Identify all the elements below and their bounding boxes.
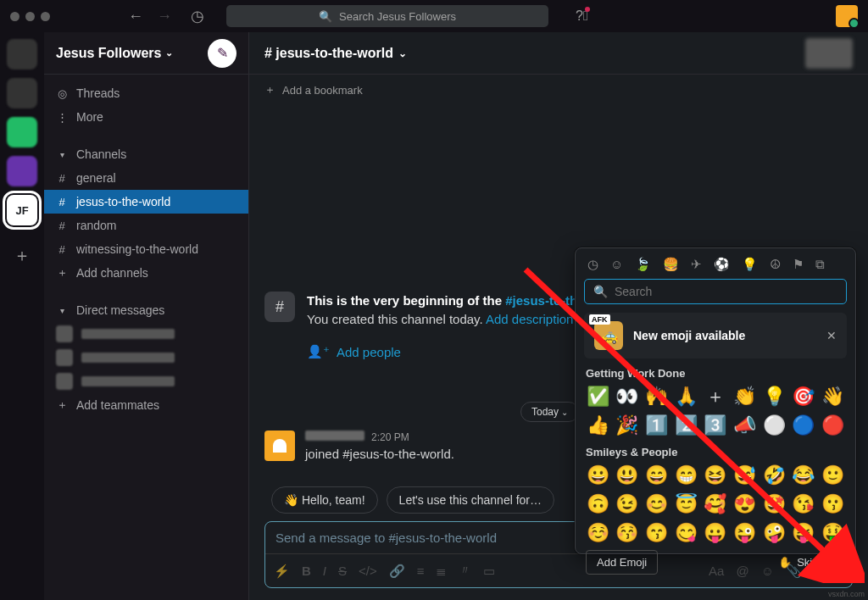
- today-divider[interactable]: Today ⌄: [520, 402, 579, 422]
- channels-header[interactable]: ▾Channels: [44, 142, 248, 166]
- workspace-switch[interactable]: [7, 156, 37, 186]
- bolt-icon[interactable]: ⚡: [274, 564, 290, 579]
- nav-forward-icon[interactable]: →: [157, 8, 172, 25]
- sidebar-channel-jesus-to-the-world[interactable]: #jesus-to-the-world: [44, 190, 248, 214]
- dm-item[interactable]: [44, 369, 248, 393]
- emoji-item[interactable]: 🤑: [821, 521, 845, 545]
- suggestion-chip-channel-for[interactable]: Let's use this channel for…: [387, 486, 554, 514]
- sidebar-threads[interactable]: ◎Threads: [44, 81, 248, 105]
- emoji-item[interactable]: 😛: [704, 521, 728, 545]
- sidebar-channel-witnessing[interactable]: #witnessing-to-the-world: [44, 237, 248, 261]
- skin-tone-selector[interactable]: ✋Skin Tone: [778, 556, 845, 569]
- emoji-item[interactable]: ✅: [586, 385, 610, 408]
- emoji-item[interactable]: 😄: [644, 464, 669, 487]
- suggestion-chip-hello[interactable]: 👋 Hello, team!: [271, 486, 378, 514]
- emoji-item[interactable]: 😙: [644, 521, 669, 545]
- emoji-item[interactable]: 😃: [615, 464, 640, 487]
- emoji-item[interactable]: 👍: [586, 414, 610, 437]
- workspace-current[interactable]: JF: [7, 195, 37, 225]
- emoji-item[interactable]: 👀: [615, 385, 640, 408]
- message-username[interactable]: [305, 431, 364, 441]
- sidebar-add-channels[interactable]: ＋Add channels: [44, 261, 248, 285]
- cat-smiley-icon[interactable]: ☺: [610, 257, 623, 272]
- emoji-item[interactable]: 3️⃣: [704, 414, 728, 437]
- emoji-item[interactable]: 🥰: [704, 492, 728, 516]
- emoji-item[interactable]: 😂: [792, 464, 816, 487]
- emoji-search-input[interactable]: [615, 285, 837, 298]
- emoji-item[interactable]: 😗: [821, 492, 845, 516]
- compose-button[interactable]: ✎: [208, 39, 236, 68]
- emoji-item[interactable]: 1️⃣: [644, 414, 669, 437]
- window-traffic-lights[interactable]: [10, 12, 50, 21]
- emoji-item[interactable]: 💡: [762, 385, 787, 408]
- workspace-switch[interactable]: [7, 78, 37, 108]
- emoji-search[interactable]: 🔍: [584, 279, 847, 304]
- emoji-item[interactable]: 😆: [704, 464, 728, 487]
- emoji-item[interactable]: 2️⃣: [674, 414, 698, 437]
- emoji-item[interactable]: 🙌: [644, 385, 669, 408]
- message-avatar[interactable]: [264, 431, 295, 461]
- sidebar-more[interactable]: ⋮More: [44, 105, 248, 129]
- channel-members[interactable]: [805, 38, 853, 69]
- dm-item[interactable]: [44, 346, 248, 369]
- strike-icon[interactable]: S: [338, 564, 347, 578]
- emoji-item[interactable]: 😊: [644, 492, 669, 516]
- emoji-item[interactable]: 🙂: [821, 464, 845, 487]
- emoji-item[interactable]: 😉: [615, 492, 640, 516]
- sidebar-add-teammates[interactable]: ＋Add teammates: [44, 393, 248, 417]
- sidebar-channel-random[interactable]: #random: [44, 214, 248, 237]
- quote-icon[interactable]: 〃: [459, 563, 471, 579]
- channel-title[interactable]: # jesus-to-the-world⌄: [264, 46, 407, 61]
- emoji-item[interactable]: 😋: [674, 521, 698, 545]
- add-workspace-icon[interactable]: ＋: [14, 244, 31, 267]
- cat-custom-icon[interactable]: ⧉: [815, 257, 825, 272]
- search-input[interactable]: 🔍 Search Jesus Followers: [226, 5, 548, 27]
- codeblock-icon[interactable]: ▭: [483, 564, 495, 579]
- emoji-item[interactable]: 👋: [821, 385, 845, 408]
- code-icon[interactable]: </>: [359, 564, 377, 578]
- user-avatar[interactable]: [836, 5, 858, 27]
- emoji-item[interactable]: 👏: [732, 385, 757, 408]
- cat-objects-icon[interactable]: 💡: [742, 257, 758, 272]
- emoji-item[interactable]: 😅: [732, 464, 757, 487]
- emoji-item[interactable]: 😜: [732, 521, 757, 545]
- emoji-item[interactable]: 😝: [792, 521, 816, 545]
- emoji-item[interactable]: ⚪: [762, 414, 787, 437]
- dm-header[interactable]: ▾Direct messages: [44, 298, 248, 322]
- emoji-item[interactable]: 🤪: [762, 521, 787, 545]
- help-icon[interactable]: ?⃝: [576, 8, 588, 24]
- emoji-item[interactable]: 🔵: [792, 414, 816, 437]
- banner-close-icon[interactable]: ✕: [826, 329, 837, 342]
- new-emoji-banner[interactable]: 🚕 New emoji available ✕: [584, 313, 847, 358]
- emoji-item[interactable]: 🎯: [792, 385, 816, 408]
- cat-travel-icon[interactable]: ⚽: [714, 257, 730, 272]
- nav-back-icon[interactable]: ←: [128, 8, 143, 25]
- emoji-item[interactable]: 😇: [674, 492, 698, 516]
- emoji-item[interactable]: 😍: [732, 492, 757, 516]
- emoji-item[interactable]: 🎉: [615, 414, 640, 437]
- cat-activity-icon[interactable]: ✈: [691, 257, 702, 272]
- workspace-switch[interactable]: [7, 117, 37, 147]
- workspace-name[interactable]: Jesus Followers⌄: [56, 46, 173, 61]
- sidebar-channel-general[interactable]: #general: [44, 166, 248, 190]
- emoji-item[interactable]: 🤩: [762, 492, 787, 516]
- add-people-link[interactable]: 👤⁺Add people: [307, 344, 606, 359]
- emoji-item[interactable]: 😁: [674, 464, 698, 487]
- emoji-item[interactable]: ☺️: [586, 521, 610, 545]
- emoji-item[interactable]: 🙃: [586, 492, 610, 516]
- emoji-item[interactable]: 🔴: [821, 414, 845, 437]
- emoji-item[interactable]: 😚: [615, 521, 640, 545]
- emoji-item[interactable]: 😘: [792, 492, 816, 516]
- emoji-item[interactable]: 🤣: [762, 464, 787, 487]
- bold-icon[interactable]: B: [302, 564, 311, 578]
- cat-recent-icon[interactable]: ◷: [587, 257, 598, 272]
- dm-item[interactable]: [44, 322, 248, 346]
- cat-flags-icon[interactable]: ⚑: [793, 257, 804, 272]
- add-description-link[interactable]: Add description: [486, 312, 573, 326]
- cat-symbols-icon[interactable]: ☮: [770, 257, 781, 272]
- emoji-item[interactable]: 😀: [586, 464, 610, 487]
- add-emoji-button[interactable]: Add Emoji: [586, 550, 658, 575]
- emoji-item[interactable]: 📣: [732, 414, 757, 437]
- emoji-item[interactable]: 🙏: [674, 385, 698, 408]
- italic-icon[interactable]: I: [323, 564, 326, 578]
